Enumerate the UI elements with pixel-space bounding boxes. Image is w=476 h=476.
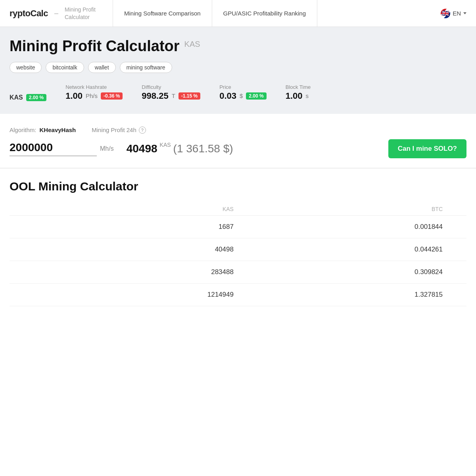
row-label [10,238,55,261]
coin-ticker: KAS [184,40,200,49]
row-kas: 1687 [55,215,257,238]
calculator-section: Algorithm: KHeavyHash Mining Profit 24h … [0,114,476,168]
hashrate-input-wrap: Mh/s [10,141,114,156]
nav-gpu-asic[interactable]: GPU/ASIC Profitability Ranking [212,0,317,27]
profit-usd-value: (1 361.58 $) [173,142,233,155]
profit-kas-value: 40498 [127,142,157,155]
row-kas: 1214949 [55,283,257,306]
hashrate-profit-row: Mh/s 40498KAS (1 361.58 $) Can I mine SO… [10,139,466,158]
link-mining-software[interactable]: mining software [120,62,172,73]
row-btc: 0.309824 [257,261,466,283]
block-time-value: 1.00 [286,91,303,101]
link-bitcointalk[interactable]: bitcointalk [46,62,84,73]
network-hashrate-value: 1.00 [65,91,83,101]
table-row: 1687 0.001844 [10,215,466,238]
row-btc: 1.327815 [257,283,466,306]
kas-links-row: website bitcointalk wallet mining softwa… [10,62,466,73]
pool-calculator-section: OOL Mining Calculator KAS BTC 1687 0.001… [0,168,476,316]
logo-name[interactable]: ryptoCalc [10,8,48,19]
nav-mining-software[interactable]: Mining Software Comparison [113,0,212,27]
header: ryptoCalc – Mining Profit Calculator Min… [0,0,476,27]
page-title: Mining Profit Calculator [10,38,180,55]
row-kas: 40498 [55,238,257,261]
table-header-row: KAS BTC [10,203,466,216]
price-block: Price 0.03 $ 2.00 % [219,84,267,101]
network-hashrate-unit: Ph/s [86,92,98,99]
row-btc: 0.001844 [257,215,466,238]
profit-label-text: Mining Profit 24h [92,127,136,133]
hashrate-unit: Mh/s [100,145,114,152]
row-label [10,261,55,283]
row-label [10,283,55,306]
price-unit: $ [240,92,243,99]
difficulty-block: Difficulty 998.25 T -1.15 % [142,84,200,101]
link-website[interactable]: website [10,62,42,73]
kas-title-row: Mining Profit Calculator KAS [10,38,466,55]
block-time-value-row: 1.00 s [286,91,311,101]
price-change-badge: 2.00 % [246,92,266,100]
block-time-label: Block Time [286,84,311,90]
network-hashrate-value-row: 1.00 Ph/s -0.36 % [65,91,123,101]
pool-section-title: OOL Mining Calculator [10,180,466,193]
block-time-block: Block Time 1.00 s [286,84,311,101]
table-row: 40498 0.044261 [10,238,466,261]
network-hashrate-label: Network Hashrate [65,84,123,90]
price-value-row: 0.03 $ 2.00 % [219,91,267,101]
logo-subtitle: Mining Profit Calculator [65,6,112,20]
chevron-down-icon [463,12,466,14]
col-header-period [10,203,55,216]
price-value: 0.03 [219,91,236,101]
logo-separator: – [54,9,58,17]
language-selector[interactable]: 🇬🇧 EN [441,9,466,18]
algo-row: Algorithm: KHeavyHash Mining Profit 24h … [10,127,466,134]
main-nav: Mining Software Comparison GPU/ASIC Prof… [113,0,431,27]
difficulty-label: Difficulty [142,84,200,90]
lang-label: EN [453,10,461,17]
table-row: 283488 0.309824 [10,261,466,283]
profit-result: 40498KAS (1 361.58 $) [127,142,233,155]
network-hashrate-block: Network Hashrate 1.00 Ph/s -0.36 % [65,84,123,101]
col-header-btc: BTC [257,203,466,216]
link-wallet[interactable]: wallet [88,62,116,73]
algo-label: Algorithm: [10,127,36,133]
coin-change-badge: 2.00 % [26,94,46,101]
hashrate-input[interactable] [10,141,97,156]
logo-area: ryptoCalc – Mining Profit Calculator [10,6,113,20]
block-time-unit: s [306,92,309,99]
difficulty-unit: T [172,92,175,99]
row-kas: 283488 [55,261,257,283]
coin-badge-label: KAS [10,94,23,101]
difficulty-value: 998.25 [142,91,168,101]
table-row: 1214949 1.327815 [10,283,466,306]
flag-icon: 🇬🇧 [441,9,450,18]
network-hashrate-change-badge: -0.36 % [101,92,123,100]
profit-label-row: Mining Profit 24h ? [92,127,146,134]
difficulty-value-row: 998.25 T -1.15 % [142,91,200,101]
algo-value: KHeavyHash [40,127,76,133]
price-label: Price [219,84,267,90]
difficulty-change-badge: -1.15 % [178,92,200,100]
kas-stats-row: KAS 2.00 % Network Hashrate 1.00 Ph/s -0… [10,84,466,101]
coin-badge-block: KAS 2.00 % [10,94,46,101]
pool-table: KAS BTC 1687 0.001844 40498 0.044261 283… [10,203,466,306]
row-label [10,215,55,238]
row-btc: 0.044261 [257,238,466,261]
help-icon[interactable]: ? [139,127,146,134]
profit-kas-ticker: KAS [160,142,171,148]
solo-mine-button[interactable]: Can I mine SOLO? [388,139,466,158]
col-header-kas: KAS [55,203,257,216]
kas-hero-section: Mining Profit Calculator KAS website bit… [0,27,476,114]
